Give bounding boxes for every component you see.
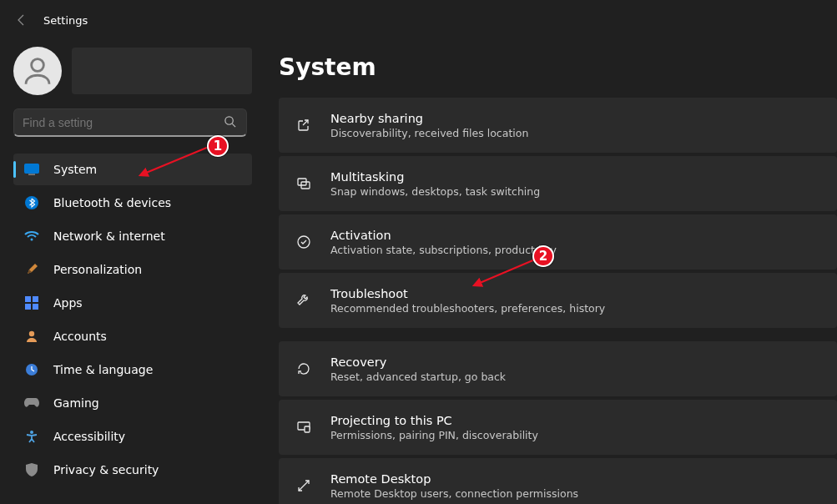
apps-icon — [23, 296, 40, 310]
svg-rect-4 — [28, 174, 35, 175]
setting-title: Nearby sharing — [330, 112, 528, 125]
share-icon — [295, 117, 312, 134]
system-icon — [23, 164, 40, 175]
svg-rect-10 — [33, 304, 38, 310]
setting-subtitle: Reset, advanced startup, go back — [330, 370, 506, 383]
search-input[interactable] — [14, 116, 224, 129]
settings-list: Nearby sharing Discoverability, received… — [279, 98, 837, 504]
sidebar-item-apps[interactable]: Apps — [13, 287, 252, 319]
svg-point-16 — [298, 236, 310, 248]
sidebar-item-gaming[interactable]: Gaming — [13, 387, 252, 419]
sidebar-item-time-language[interactable]: Time & language — [13, 354, 252, 386]
annotation-marker-2: 2 — [532, 245, 554, 267]
wrench-icon — [295, 292, 312, 309]
setting-subtitle: Activation state, subscriptions, product… — [330, 244, 557, 256]
sidebar-item-network[interactable]: Network & internet — [13, 220, 252, 252]
setting-title: Activation — [330, 229, 557, 242]
svg-line-2 — [232, 123, 235, 127]
shield-icon — [23, 463, 40, 476]
gamepad-icon — [23, 398, 40, 408]
sidebar-item-accessibility[interactable]: Accessibility — [13, 421, 252, 452]
wifi-icon — [23, 230, 40, 242]
sidebar-item-label: Bluetooth & devices — [53, 196, 171, 209]
sidebar-item-label: Accounts — [53, 330, 107, 343]
setting-troubleshoot[interactable]: Troubleshoot Recommended troubleshooters… — [279, 273, 837, 328]
recovery-icon — [295, 360, 312, 377]
checkmark-circle-icon — [295, 234, 312, 250]
svg-rect-9 — [25, 304, 31, 310]
user-account-row[interactable] — [13, 47, 252, 95]
projecting-icon — [295, 419, 312, 436]
clock-icon — [23, 363, 40, 376]
sidebar: System Bluetooth & devices Network & int… — [0, 40, 259, 504]
multitasking-icon — [295, 175, 312, 192]
remote-desktop-icon — [295, 477, 312, 494]
annotation-marker-1: 1 — [207, 135, 229, 157]
avatar — [13, 47, 62, 95]
svg-rect-3 — [25, 164, 39, 174]
sidebar-item-bluetooth[interactable]: Bluetooth & devices — [13, 187, 252, 219]
sidebar-item-privacy[interactable]: Privacy & security — [13, 454, 252, 486]
svg-point-11 — [29, 331, 34, 336]
window-title: Settings — [43, 14, 88, 27]
sidebar-item-accounts[interactable]: Accounts — [13, 320, 252, 352]
back-button[interactable] — [13, 12, 30, 28]
setting-title: Troubleshoot — [330, 287, 605, 300]
sidebar-item-label: Time & language — [53, 363, 153, 376]
paintbrush-icon — [23, 263, 40, 276]
sidebar-item-label: Personalization — [53, 263, 142, 276]
setting-multitasking[interactable]: Multitasking Snap windows, desktops, tas… — [279, 156, 837, 211]
svg-rect-7 — [25, 296, 31, 302]
setting-recovery[interactable]: Recovery Reset, advanced startup, go bac… — [279, 341, 837, 396]
sidebar-item-personalization[interactable]: Personalization — [13, 254, 252, 285]
sidebar-item-label: Gaming — [53, 396, 99, 410]
person-icon — [23, 330, 40, 343]
sidebar-item-label: Accessibility — [53, 430, 125, 443]
sidebar-item-label: Network & internet — [53, 229, 165, 243]
sidebar-item-label: Apps — [53, 296, 83, 310]
search-icon — [224, 115, 246, 130]
setting-title: Projecting to this PC — [330, 414, 538, 427]
sidebar-item-system[interactable]: System — [13, 154, 252, 185]
setting-subtitle: Snap windows, desktops, task switching — [330, 185, 540, 198]
setting-title: Remote Desktop — [330, 472, 578, 486]
svg-point-13 — [30, 431, 33, 434]
sidebar-item-label: Privacy & security — [53, 463, 159, 476]
svg-point-1 — [225, 116, 233, 123]
setting-subtitle: Remote Desktop users, connection permiss… — [330, 487, 578, 500]
page-title: System — [279, 53, 837, 81]
setting-subtitle: Permissions, pairing PIN, discoverabilit… — [330, 429, 538, 441]
setting-remote-desktop[interactable]: Remote Desktop Remote Desktop users, con… — [279, 458, 837, 504]
setting-projecting[interactable]: Projecting to this PC Permissions, pairi… — [279, 400, 837, 455]
sidebar-item-label: System — [53, 163, 97, 176]
setting-title: Recovery — [330, 355, 506, 369]
bluetooth-icon — [23, 196, 40, 209]
accessibility-icon — [23, 430, 40, 443]
svg-point-6 — [31, 239, 33, 241]
search-box[interactable] — [13, 108, 247, 137]
user-name-block — [72, 48, 252, 94]
setting-title: Multitasking — [330, 170, 540, 184]
setting-subtitle: Discoverability, received files location — [330, 127, 528, 139]
setting-subtitle: Recommended troubleshooters, preferences… — [330, 302, 605, 315]
svg-rect-8 — [33, 296, 38, 302]
svg-rect-18 — [305, 426, 310, 432]
setting-nearby-sharing[interactable]: Nearby sharing Discoverability, received… — [279, 98, 837, 153]
title-bar: Settings — [0, 0, 837, 40]
setting-activation[interactable]: Activation Activation state, subscriptio… — [279, 214, 837, 270]
main-content: System Nearby sharing Discoverability, r… — [259, 40, 837, 504]
svg-point-0 — [32, 59, 44, 72]
